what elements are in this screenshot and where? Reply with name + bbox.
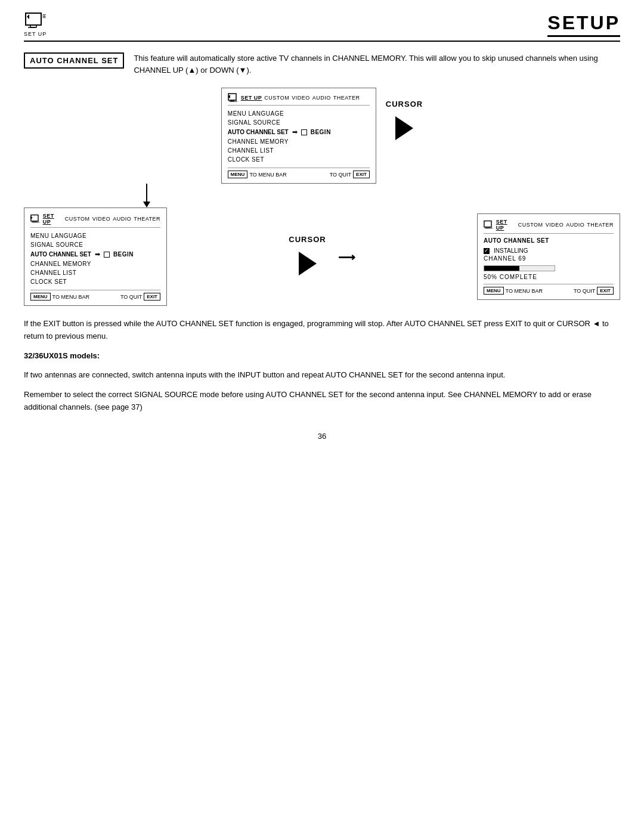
- page-number: 36: [24, 432, 620, 441]
- menu-item-language-bl: MENU LANGUAGE: [30, 231, 160, 240]
- progress-bar-container: [484, 265, 555, 271]
- acs-label-br: AUTO CHANNEL SET: [484, 237, 614, 244]
- exit-btn-br: EXIT: [597, 287, 614, 295]
- body-text-models: 32/36UX01S models:: [24, 350, 620, 363]
- menu-bar-bottom-right: SET UP CUSTOM VIDEO AUDIO THEATER: [484, 219, 614, 234]
- nav-theater: THEATER: [333, 95, 360, 101]
- svg-marker-4: [27, 14, 29, 19]
- svg-marker-12: [30, 216, 33, 219]
- menu-btn-br: MENU: [484, 287, 504, 295]
- cursor-label-bottom: CURSOR: [289, 235, 326, 244]
- nav-custom: CUSTOM: [264, 95, 289, 101]
- complete-text: 50% COMPLETE: [484, 274, 614, 280]
- menu-item-channel-memory: CHANNEL MEMORY: [228, 137, 370, 146]
- menu-box-bottom-right: SET UP CUSTOM VIDEO AUDIO THEATER AUTO C…: [477, 213, 620, 300]
- menu-footer-bottom-left: MENU TO MENU BAR TO QUIT EXIT: [30, 290, 160, 301]
- menu-footer-br: MENU TO MENU BAR TO QUIT EXIT: [484, 284, 614, 295]
- menu-bar-bottom-left: SET UP CUSTOM VIDEO AUDIO THEATER: [30, 213, 160, 228]
- page-header: ⊞ SET UP SETUP: [24, 12, 620, 37]
- body-text-2: If two antennas are connected, switch an…: [24, 369, 620, 382]
- body-text-1: If the EXIT button is pressed while the …: [24, 318, 620, 343]
- menu-item-channel-memory-bl: CHANNEL MEMORY: [30, 259, 160, 268]
- cursor-arrow-bottom: [299, 252, 317, 275]
- nav-theater-bl: THEATER: [134, 216, 160, 222]
- intro-text: This feature will automatically store ac…: [134, 52, 620, 76]
- nav-video-br: VIDEO: [546, 222, 564, 228]
- setup-icon-label: SET UP: [24, 31, 47, 37]
- menu-btn-top: MENU: [228, 171, 248, 178]
- menu-item-acs-bl: AUTO CHANNEL SET ➡ BEGIN: [30, 249, 160, 259]
- svg-rect-13: [484, 221, 491, 227]
- menu-item-channel-list-bl: CHANNEL LIST: [30, 268, 160, 277]
- nav-custom-bl: CUSTOM: [65, 216, 90, 222]
- page-title: SETUP: [547, 12, 620, 37]
- menu-item-acs: AUTO CHANNEL SET ➡ BEGIN: [228, 127, 370, 137]
- installing-checkbox: [484, 248, 490, 254]
- cursor-label-top: CURSOR: [386, 100, 423, 109]
- installing-text: INSTALLING: [494, 247, 528, 254]
- models-label: 32/36UX01S models:: [24, 351, 100, 360]
- progress-bar-fill: [484, 266, 519, 271]
- nav-custom-br: CUSTOM: [518, 222, 543, 228]
- auto-channel-set-label: AUTO CHANNEL SET: [24, 52, 124, 69]
- menu-item-clock-bl: CLOCK SET: [30, 277, 160, 286]
- nav-audio-bl: AUDIO: [113, 216, 131, 222]
- nav-setup-br: SET UP: [496, 219, 516, 231]
- menu-box-bottom-left: SET UP CUSTOM VIDEO AUDIO THEATER MENU L…: [24, 208, 167, 306]
- nav-theater-br: THEATER: [587, 222, 614, 228]
- menu-footer-top: MENU TO MENU BAR TO QUIT EXIT: [228, 168, 370, 178]
- setup-icon: ⊞ SET UP: [24, 12, 47, 37]
- menu-btn-bl: MENU: [30, 293, 51, 301]
- nav-setup-bl: SET UP: [43, 213, 63, 225]
- svg-rect-0: [26, 13, 41, 25]
- channel-69: CHANNEL 69: [484, 255, 614, 262]
- nav-video: VIDEO: [292, 95, 310, 101]
- nav-setup: SET UP: [241, 95, 262, 101]
- exit-btn-top: EXIT: [353, 171, 370, 178]
- menu-item-signal-bl: SIGNAL SOURCE: [30, 240, 160, 249]
- menu-item-channel-list: CHANNEL LIST: [228, 146, 370, 155]
- acs-checkbox-bl: [104, 252, 110, 258]
- menu-item-language: MENU LANGUAGE: [228, 109, 370, 118]
- menu-box-top: SET UP CUSTOM VIDEO AUDIO THEATER MENU L…: [221, 88, 376, 184]
- intro-section: AUTO CHANNEL SET This feature will autom…: [24, 52, 620, 76]
- menu-item-signal: SIGNAL SOURCE: [228, 118, 370, 127]
- exit-btn-bl: EXIT: [144, 293, 160, 301]
- body-text-3: Remember to select the correct SIGNAL SO…: [24, 389, 620, 414]
- nav-audio-br: AUDIO: [566, 222, 584, 228]
- svg-text:⊞: ⊞: [42, 13, 46, 19]
- nav-audio: AUDIO: [312, 95, 331, 101]
- nav-video-bl: VIDEO: [92, 216, 111, 222]
- cursor-arrow-top: [395, 116, 413, 140]
- acs-checkbox: [301, 129, 307, 135]
- installing-row: INSTALLING: [484, 247, 614, 254]
- menu-item-clock: CLOCK SET: [228, 155, 370, 164]
- menu-bar-top: SET UP CUSTOM VIDEO AUDIO THEATER: [228, 93, 370, 106]
